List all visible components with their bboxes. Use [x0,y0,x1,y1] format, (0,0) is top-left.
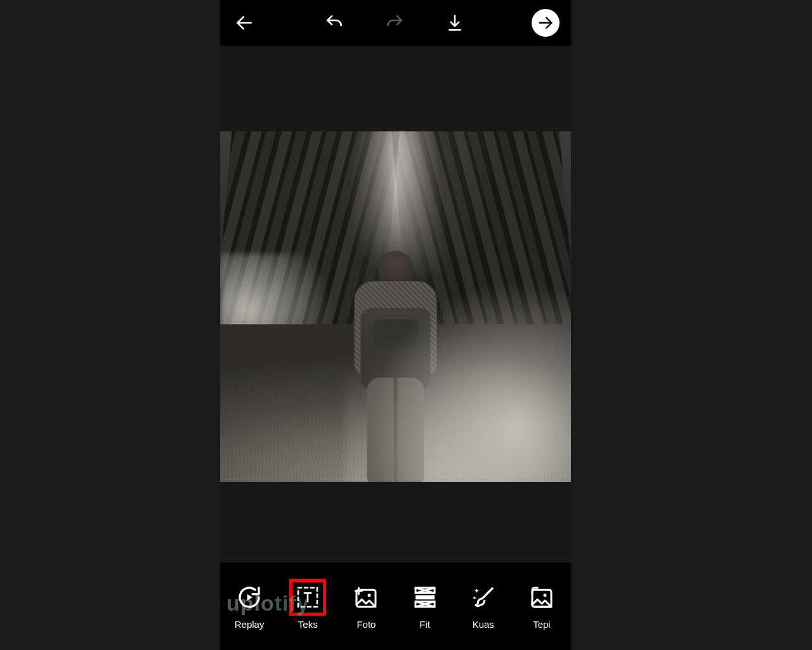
redo-button[interactable] [382,10,407,36]
brush-magic-icon [470,584,497,611]
fit-icon [412,585,438,610]
editor-canvas[interactable] [220,46,571,562]
undo-button[interactable] [322,10,347,36]
svg-rect-15 [416,595,435,599]
download-button[interactable] [442,10,468,36]
redo-icon [384,13,405,33]
tool-kuas[interactable]: Kuas [454,583,513,630]
arrow-left-icon [234,13,254,33]
edited-photo [220,131,571,482]
back-button[interactable] [232,10,257,36]
tool-label: Fit [419,619,430,630]
border-icon [529,585,554,610]
top-center-group [322,10,468,36]
tool-label: Foto [357,619,376,630]
undo-icon [324,13,344,33]
forward-button[interactable] [532,9,560,37]
download-icon [445,13,464,32]
tool-foto[interactable]: Foto [337,583,395,630]
tool-teks[interactable]: Teks [278,583,337,630]
svg-point-9 [368,594,371,597]
tool-fit[interactable]: Fit [396,583,454,630]
tool-replay[interactable]: Replay [220,583,278,630]
tool-label: Teks [298,619,318,630]
svg-marker-4 [247,594,252,600]
top-toolbar [220,0,571,46]
add-photo-icon [353,585,379,610]
text-icon [295,585,320,610]
editor-app: Replay Teks Foto [220,0,571,650]
replay-icon [237,585,262,610]
tool-label: Tepi [533,619,551,630]
tool-label: Replay [235,619,265,630]
tool-tepi[interactable]: Tepi [513,583,571,630]
svg-point-20 [543,594,546,597]
bottom-toolbar: Replay Teks Foto [220,562,571,650]
tool-label: Kuas [473,619,494,630]
arrow-right-icon [537,14,554,32]
